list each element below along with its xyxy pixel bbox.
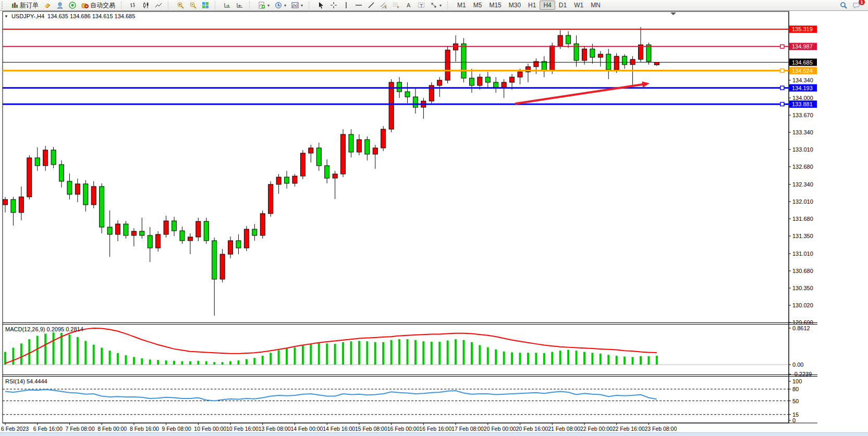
svg-text:21 Feb 08:00: 21 Feb 08:00 [548,426,580,432]
svg-text:0.00: 0.00 [792,362,803,368]
window-bottom-edge [0,432,868,436]
search-icon [840,2,847,9]
chart-area[interactable]: 134.340134.000133.670133.340133.010132.6… [0,0,868,436]
line-chart-button[interactable] [152,1,165,10]
svg-text:0: 0 [792,417,796,423]
hline-handle[interactable] [780,102,784,106]
chart-dropdown-icon[interactable]: ▼ [4,14,8,19]
vline-icon [343,2,350,9]
chart-frame [3,11,789,423]
svg-text:134.340: 134.340 [792,77,813,83]
svg-text:10 Feb 16:00: 10 Feb 16:00 [226,426,259,432]
periods-button[interactable]: ▾ [272,1,289,10]
svg-text:16 Feb 00:00: 16 Feb 00:00 [387,426,420,432]
bar-chart-button[interactable] [127,1,140,10]
svg-text:134.524: 134.524 [792,68,813,74]
hline-handle[interactable] [780,45,784,48]
rsi-label: RSI(14) 54.4444 [5,378,47,384]
trendline-tool-button[interactable] [365,1,377,10]
svg-text:20 Feb 16:00: 20 Feb 16:00 [516,426,548,432]
cursor-icon [317,2,325,9]
timeframe-button-h4[interactable]: H4 [540,1,555,10]
svg-text:132.340: 132.340 [792,181,813,188]
timeframe-button-mn[interactable]: MN [587,1,604,10]
svg-text:132.010: 132.010 [792,198,813,205]
svg-text:-0.2239: -0.2239 [792,371,812,377]
chart-symbol-period: USDJPY-,H4 [11,13,44,19]
label-tool-button[interactable]: T [415,1,427,10]
auto-scroll-button[interactable] [221,1,234,10]
svg-text:F: F [397,6,399,9]
svg-text:8 Feb 00:00: 8 Feb 00:00 [97,426,127,432]
cursor-tool-button[interactable] [315,1,327,10]
svg-text:80: 80 [792,386,799,392]
metaeditor-button[interactable] [41,1,54,10]
candle-chart-button[interactable] [140,1,152,10]
svg-text:9 Feb 08:00: 9 Feb 08:00 [162,426,191,432]
auto-scroll-icon [224,2,231,9]
svg-text:15: 15 [792,412,799,418]
tile-windows-icon [202,2,209,9]
timeframe-button-m15[interactable]: M15 [485,1,505,10]
hline-handle[interactable] [780,86,784,90]
svg-text:131.680: 131.680 [792,216,813,222]
svg-text:T: T [420,3,423,8]
horizontal-line-tool-button[interactable] [352,1,365,10]
hline-handle[interactable] [780,69,784,72]
gold-book-icon [44,2,51,9]
timeframe-group: M1M5M15M30H1H4D1W1MN [452,0,606,10]
svg-text:133.010: 133.010 [792,146,813,153]
svg-text:130.680: 130.680 [792,268,813,274]
zoom-out-button[interactable] [187,1,199,10]
svg-text:14 Feb 00:00: 14 Feb 00:00 [290,426,323,432]
zoom-in-button[interactable] [174,1,187,10]
search-button[interactable] [837,1,850,10]
periods-icon [275,2,282,9]
templates-button[interactable]: ▾ [289,1,305,10]
indicators-icon [258,2,265,9]
fibonacci-tool-button[interactable]: F [390,1,402,10]
timeframe-button-m5[interactable]: M5 [470,1,486,10]
notifications-button[interactable]: 1 [850,1,862,10]
svg-text:133.881: 133.881 [792,101,813,107]
signals-button[interactable] [54,1,66,10]
tile-windows-button[interactable] [199,1,212,10]
market-button[interactable] [66,1,79,10]
crosshair-icon [330,2,337,9]
svg-text:130.020: 130.020 [792,302,813,308]
timeframe-button-h1[interactable]: H1 [524,1,540,10]
svg-text:23 Feb 08:00: 23 Feb 08:00 [644,426,677,432]
chevron-down-icon: ▾ [284,3,286,8]
timeframe-button-w1[interactable]: W1 [570,1,587,10]
text-tool-button[interactable]: A [402,1,415,10]
svg-text:130.350: 130.350 [792,285,813,291]
arrows-icon [430,2,437,9]
timeframe-button-d1[interactable]: D1 [555,1,570,10]
chevron-down-icon: ▾ [439,3,442,8]
bar-chart-icon [130,2,137,9]
svg-text:22 Feb 00:00: 22 Feb 00:00 [580,426,613,432]
arrows-tool-button[interactable]: ▾ [427,1,444,10]
indicators-button[interactable]: ▾ [255,1,272,10]
chart-ohlc-values: 134.635 134.686 134.615 134.685 [47,13,135,19]
macd-label: MACD(12,26,9) 0.2095 0.2814 [5,326,83,332]
svg-text:7 Feb 08:00: 7 Feb 08:00 [65,426,94,432]
timeframe-button-m1[interactable]: M1 [454,1,470,10]
chart-title[interactable]: ▼ USDJPY-,H4 134.635 134.686 134.615 134… [4,13,135,19]
svg-text:15 Feb 08:00: 15 Feb 08:00 [355,426,387,432]
crosshair-tool-button[interactable] [327,1,340,10]
zoom-out-icon [189,2,197,9]
channel-tool-button[interactable]: E [377,1,390,10]
chevron-down-icon: ▾ [267,3,270,8]
chart-shift-button[interactable] [234,1,246,10]
channel-icon: E [380,2,387,9]
timeframe-button-m30[interactable]: M30 [505,1,524,10]
svg-text:133.670: 133.670 [792,112,813,118]
vertical-line-tool-button[interactable] [340,1,352,10]
new-order-button[interactable]: 新订单 [8,0,41,11]
svg-text:134.193: 134.193 [792,85,813,91]
auto-trading-button[interactable]: 自动交易 [79,0,118,11]
text-icon: A [405,2,412,9]
price-chart-svg: 134.340134.000133.670133.340133.010132.6… [0,0,868,436]
svg-text:13 Feb 08:00: 13 Feb 08:00 [259,426,291,432]
